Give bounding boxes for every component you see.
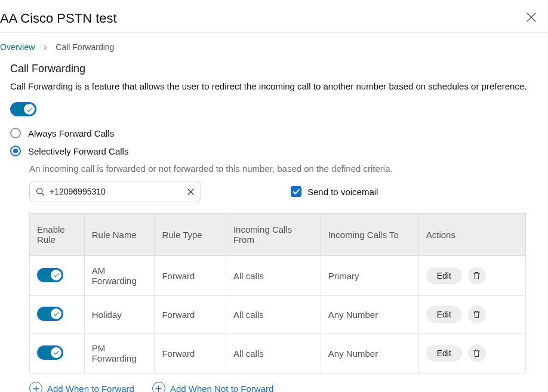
breadcrumb-current: Call Forwarding — [56, 42, 114, 52]
section-description: Call Forwarding is a feature that allows… — [10, 81, 548, 91]
rule-toggle[interactable] — [37, 307, 63, 321]
rule-from: All calls — [226, 296, 321, 334]
delete-button[interactable] — [468, 305, 486, 323]
rule-type: Forward — [155, 296, 226, 334]
breadcrumb-overview-link[interactable]: Overview — [0, 42, 35, 52]
edit-button[interactable]: Edit — [426, 267, 462, 284]
th-to: Incoming Calls To — [321, 214, 418, 256]
call-forwarding-toggle[interactable] — [10, 102, 36, 116]
send-to-voicemail-checkbox[interactable] — [291, 186, 301, 197]
th-from: Incoming Calls From — [226, 214, 321, 256]
rules-table: Enable Rule Rule Name Rule Type Incoming… — [29, 213, 526, 374]
rule-to: Any Number — [321, 334, 418, 374]
trash-icon — [473, 271, 481, 280]
always-forward-radio[interactable] — [10, 128, 21, 138]
add-when-to-forward-button[interactable]: Add When to Forward — [29, 382, 134, 392]
chevron-right-icon — [43, 44, 50, 51]
plus-circle-icon — [29, 382, 42, 392]
table-row: Holiday Forward All calls Any Number Edi… — [30, 296, 526, 334]
rule-from: All calls — [226, 256, 321, 296]
rule-type: Forward — [155, 334, 226, 374]
table-row: PM Forwarding Forward All calls Any Numb… — [30, 334, 526, 374]
x-icon — [187, 188, 195, 196]
rule-to: Any Number — [321, 296, 418, 334]
rule-from: All calls — [226, 334, 321, 374]
rule-name: PM Forwarding — [84, 334, 155, 374]
section-title: Call Forwarding — [10, 63, 548, 75]
rule-name: Holiday — [84, 296, 155, 334]
add-when-label: Add When to Forward — [47, 384, 134, 393]
rule-type: Forward — [155, 256, 226, 296]
close-icon — [526, 12, 537, 23]
rule-to: Primary — [321, 256, 418, 296]
edit-button[interactable]: Edit — [426, 306, 462, 323]
search-icon — [36, 187, 45, 196]
add-when-not-label: Add When Not to Forward — [170, 384, 273, 393]
phone-number-input-wrapper — [29, 181, 201, 202]
clear-input-button[interactable] — [187, 188, 195, 196]
table-row: AM Forwarding Forward All calls Primary … — [30, 256, 526, 296]
svg-line-1 — [42, 193, 44, 195]
th-name: Rule Name — [84, 214, 155, 256]
phone-number-input[interactable] — [50, 187, 182, 196]
add-when-not-to-forward-button[interactable]: Add When Not to Forward — [152, 382, 273, 392]
delete-button[interactable] — [468, 267, 486, 285]
selectively-forward-label[interactable]: Selectively Forward Calls — [28, 146, 128, 156]
page-title: AA Cisco PSTN test — [0, 11, 117, 26]
th-enable: Enable Rule — [30, 214, 85, 256]
breadcrumb: Overview Call Forwarding — [0, 33, 548, 63]
send-to-voicemail-label[interactable]: Send to voicemail — [307, 187, 378, 197]
delete-button[interactable] — [468, 344, 486, 362]
close-button[interactable] — [525, 11, 538, 24]
plus-circle-icon — [152, 382, 165, 392]
always-forward-label[interactable]: Always Forward Calls — [28, 128, 114, 138]
selectively-forward-radio[interactable] — [10, 146, 21, 156]
th-actions: Actions — [418, 214, 525, 256]
th-type: Rule Type — [155, 214, 226, 256]
rule-name: AM Forwarding — [84, 256, 155, 296]
edit-button[interactable]: Edit — [426, 345, 462, 362]
trash-icon — [473, 310, 481, 319]
selective-description: An incoming call is forwarded or not for… — [29, 163, 548, 174]
trash-icon — [473, 349, 481, 357]
rule-toggle[interactable] — [37, 345, 63, 360]
rule-toggle[interactable] — [37, 268, 63, 282]
